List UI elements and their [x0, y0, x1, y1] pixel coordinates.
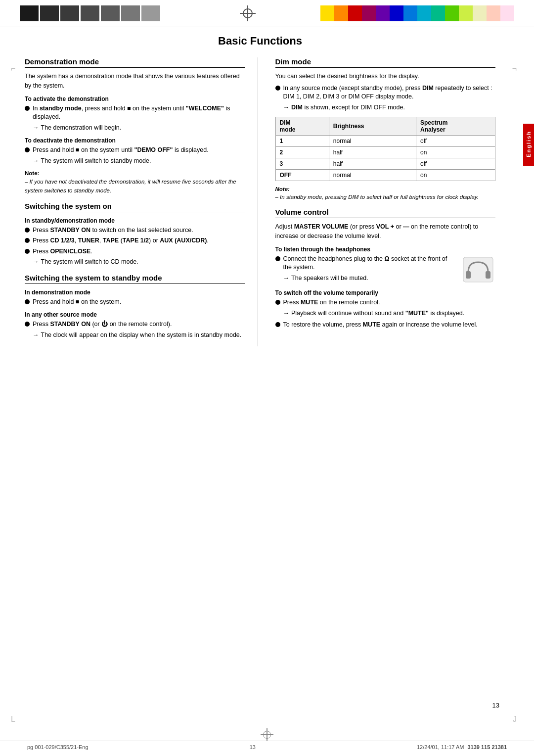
- switching-on-section: Switching the system on In standby/demon…: [25, 202, 245, 267]
- page-title: Basic Functions: [25, 35, 495, 47]
- volume-control-section: Volume control Adjust MASTER VOLUME (or …: [275, 208, 496, 330]
- dim-row-off: OFF normal on: [275, 170, 495, 181]
- swatch-pink: [487, 5, 500, 21]
- dim-arrow: → DIM is shown, except for DIM OFF mode.: [283, 103, 496, 112]
- headphone-arrow: → The speakers will be muted.: [283, 274, 457, 283]
- bullet-icon-7: [25, 322, 30, 327]
- deactivate-arrow: → The system will switch to standby mode…: [33, 157, 245, 166]
- activate-heading: To activate the demonstration: [25, 95, 245, 102]
- demonstration-intro: The system has a demonstration mode that…: [25, 72, 245, 91]
- corner-tr: ¬: [512, 64, 517, 73]
- activate-bullet: In standby mode, press and hold ■ on the…: [25, 104, 245, 122]
- bullet-icon: [25, 106, 30, 111]
- swatch-purple-red: [362, 5, 376, 21]
- headphone-image: [461, 255, 495, 284]
- deactivate-heading: To deactivate the demonstration: [25, 137, 245, 144]
- dim-row-2: 2 half on: [275, 147, 495, 158]
- bullet-icon-4: [25, 238, 30, 243]
- black-block-2: [40, 5, 59, 21]
- mute-arrow: → Playback will continue without sound a…: [283, 309, 496, 318]
- crosshair-icon: [175, 5, 320, 21]
- dim-mode-section: Dim mode You can select the desired brig…: [275, 57, 496, 201]
- swatch-purple: [376, 5, 390, 21]
- headphone-heading: To listen through the headphones: [275, 246, 496, 253]
- swatch-sky: [403, 5, 417, 21]
- demo-mode-bullet: Press and hold ■ on the system.: [25, 298, 245, 307]
- swatch-yellow: [320, 5, 334, 21]
- black-block-7: [141, 5, 160, 21]
- standby-bullet-1: Press STANDBY ON to switch on the last s…: [25, 226, 245, 235]
- corner-br: J: [513, 715, 517, 724]
- black-block-1: [20, 5, 39, 21]
- demonstration-note: Note: – If you have not deactivated the …: [25, 169, 245, 195]
- dim-main-bullet: In any source mode (except standby mode)…: [275, 84, 496, 101]
- swatch-cyan: [417, 5, 431, 21]
- swatch-lime: [459, 5, 473, 21]
- black-block-4: [81, 5, 99, 21]
- black-block-3: [60, 5, 79, 21]
- standby-arrow: → The clock will appear on the display w…: [33, 331, 245, 340]
- svg-rect-2: [486, 271, 490, 279]
- bullet-icon-5: [25, 249, 30, 254]
- swatch-orange: [334, 5, 348, 21]
- page-number: 13: [492, 702, 499, 709]
- swatch-pale-yellow: [473, 5, 487, 21]
- dim-col-mode: DIMmode: [275, 117, 329, 136]
- standby-heading: In standby/demonstration mode: [25, 217, 245, 224]
- activate-arrow: → The demonstration will begin.: [33, 124, 245, 133]
- headphone-bullet: Connect the headphones plug to the Ω soc…: [275, 255, 457, 272]
- other-source-heading: In any other source mode: [25, 311, 245, 318]
- deactivate-bullet: Press and hold ■ on the system until "DE…: [25, 146, 245, 155]
- bottom-left-text: pg 001-029/C355/21-Eng: [27, 744, 89, 750]
- dim-table: DIMmode Brightness SpectrumAnalyser 1 no…: [275, 117, 496, 181]
- standby-bullet-2: Press CD 1/2/3, TUNER, TAPE (TAPE 1/2) o…: [25, 236, 245, 245]
- switching-on-arrow: → The system will switch to CD mode.: [33, 258, 245, 267]
- swatch-teal: [431, 5, 445, 21]
- standby-bullet-3: Press OPEN/CLOSE.: [25, 247, 245, 256]
- switching-on-title: Switching the system on: [25, 202, 245, 212]
- switching-standby-title: Switching the system to standby mode: [25, 274, 245, 284]
- bottom-right-info: 12/24/01, 11:17 AM 3139 115 21381: [417, 744, 507, 750]
- corner-bl: L: [11, 715, 15, 724]
- swatch-light-pink: [500, 5, 514, 21]
- volume-control-title: Volume control: [275, 208, 496, 218]
- bottom-bar: pg 001-029/C355/21-Eng 13 12/24/01, 11:1…: [0, 741, 534, 750]
- bullet-icon-3: [25, 228, 30, 233]
- corner-tl: ⌐: [11, 64, 15, 73]
- dim-intro: You can select the desired brightness fo…: [275, 72, 496, 81]
- bullet-icon-8: [275, 86, 280, 91]
- other-source-bullet: Press STANDBY ON (or ⏻ on the remote con…: [25, 320, 245, 329]
- black-block-6: [121, 5, 140, 21]
- bullet-icon-6: [25, 299, 30, 304]
- swatch-red: [348, 5, 362, 21]
- swatch-green: [445, 5, 459, 21]
- bottom-center-num: 13: [250, 744, 256, 750]
- dim-col-brightness: Brightness: [329, 117, 416, 136]
- bullet-icon-2: [25, 147, 30, 152]
- swatch-blue: [390, 5, 403, 21]
- volume-intro: Adjust MASTER VOLUME (or press VOL + or …: [275, 222, 496, 241]
- english-tab: English: [523, 124, 534, 166]
- switching-standby-section: Switching the system to standby mode In …: [25, 274, 245, 340]
- mute-bullet-1: Press MUTE on the remote control.: [275, 298, 496, 307]
- black-block-5: [101, 5, 120, 21]
- demonstration-mode-title: Demonstration mode: [25, 57, 245, 68]
- bullet-icon-10: [275, 300, 280, 305]
- dim-mode-title: Dim mode: [275, 57, 496, 68]
- bullet-icon-9: [275, 256, 280, 261]
- mute-heading: To switch off the volume temporarily: [275, 289, 496, 296]
- mute-bullet-2: To restore the volume, press MUTE again …: [275, 321, 496, 330]
- bottom-crosshair-icon: [260, 727, 274, 742]
- dim-col-spectrum: SpectrumAnalyser: [416, 117, 495, 136]
- dim-row-1: 1 normal off: [275, 136, 495, 147]
- demonstration-mode-section: Demonstration mode The system has a demo…: [25, 57, 245, 195]
- svg-rect-1: [466, 271, 471, 279]
- dim-note: Note: – In standby mode, pressing DIM to…: [275, 185, 496, 201]
- bullet-icon-11: [275, 322, 280, 327]
- demo-mode-heading: In demonstration mode: [25, 289, 245, 296]
- dim-row-3: 3 half off: [275, 158, 495, 170]
